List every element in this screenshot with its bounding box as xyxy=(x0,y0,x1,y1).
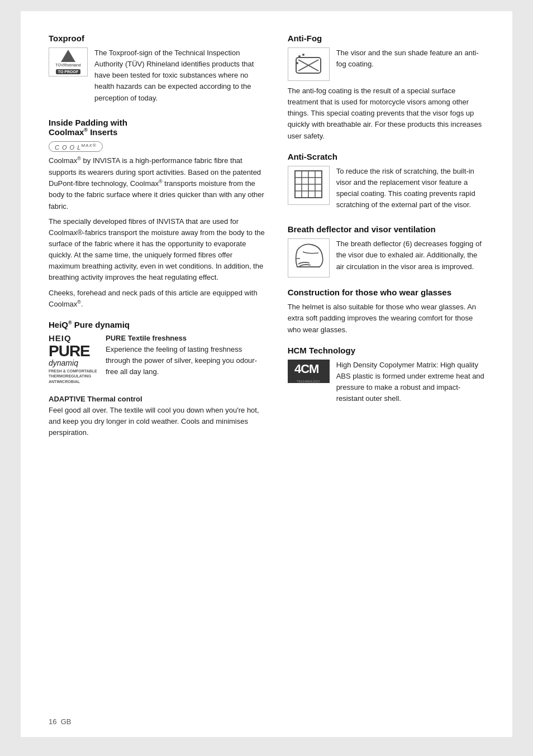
inside-padding-para1: Coolmax® by INVISTA is a high-performanc… xyxy=(49,155,265,212)
anti-scratch-body: To reduce the risk of scratching, the bu… xyxy=(336,166,484,211)
breath-deflector-title: Breath deflector and visor ventilation xyxy=(288,224,484,234)
hcm-section: HCM Technology 4CM TECH xyxy=(288,346,484,409)
anti-scratch-title: Anti-Scratch xyxy=(288,152,484,161)
to-proof-badge: TO PROOF xyxy=(56,69,80,74)
inside-padding-section: Inside Padding withCoolmax® Inserts C O … xyxy=(49,118,265,310)
anti-fog-para2: The anti-fog coating is the result of a … xyxy=(288,85,484,142)
anti-fog-row: The visor and the sun shade feature an a… xyxy=(288,47,484,81)
anti-fog-para1: The visor and the sun shade feature an a… xyxy=(336,47,484,70)
hcm-row: 4CM TECHNOLOGY High Density Copolymer Ma… xyxy=(288,360,484,409)
tuv-triangle-icon xyxy=(61,50,75,62)
heiq-section: HeiQ® Pure dynamiq HEIQ PURE dynamiq FRE… xyxy=(49,320,265,385)
glasses-section: Construction for those who wear glasses … xyxy=(288,288,484,335)
breath-deflector-icon-box xyxy=(288,238,330,277)
glasses-title: Construction for those who wear glasses xyxy=(288,288,484,297)
toxproof-title: Toxproof xyxy=(49,34,265,43)
hcm-body: High Density Copolymer Matrix: High qual… xyxy=(336,360,484,405)
pure-freshness-body: Experience the feeling of lasting freshn… xyxy=(106,344,265,377)
hcm-logo-box: 4CM TECHNOLOGY xyxy=(288,360,330,383)
inside-padding-para3: Cheeks, forehead and neck pads of this a… xyxy=(49,288,265,310)
svg-point-4 xyxy=(302,54,304,56)
svg-point-5 xyxy=(296,62,298,64)
heiq-title: HeiQ® Pure dynamiq xyxy=(49,320,265,329)
anti-scratch-row: To reduce the risk of scratching, the bu… xyxy=(288,166,484,215)
glasses-body: The helmet is also suitable for those wh… xyxy=(288,302,484,335)
page-footer: 16 GB xyxy=(49,717,72,726)
anti-scratch-icon-box xyxy=(288,166,330,205)
toxproof-row: TÜVRheinland TO PROOF The Toxproof-sign … xyxy=(49,47,265,108)
left-column: Toxproof TÜVRheinland TO PROOF The Toxpr… xyxy=(49,34,265,448)
tuv-label: TÜVRheinland xyxy=(55,63,81,68)
breath-deflector-row: The breath deflector (6) decreases foggi… xyxy=(288,238,484,277)
anti-fog-icon-box xyxy=(288,47,330,81)
adaptive-body: Feel good all over. The textile will coo… xyxy=(49,405,265,438)
anti-fog-icon xyxy=(294,53,323,75)
anti-fog-section: Anti-Fog xyxy=(288,34,484,142)
page-number: 16 xyxy=(49,717,56,726)
heiq-block: HEIQ PURE dynamiq FRESH & COMFORTABLE TH… xyxy=(49,334,265,385)
heiq-logo-pure: PURE xyxy=(49,343,99,359)
page: Toxproof TÜVRheinland TO PROOF The Toxpr… xyxy=(21,11,512,737)
anti-scratch-icon xyxy=(294,170,323,200)
heiq-logo: HEIQ PURE dynamiq FRESH & COMFORTABLE TH… xyxy=(49,334,99,385)
breath-deflector-icon xyxy=(292,242,325,274)
page-lang: GB xyxy=(61,717,72,726)
heiq-pure-content: PURE Textile freshness Experience the fe… xyxy=(106,334,265,381)
anti-scratch-section: Anti-Scratch xyxy=(288,152,484,215)
right-column: Anti-Fog xyxy=(288,34,484,448)
inside-padding-para2: The specially developed fibres of INVIST… xyxy=(49,216,265,284)
anti-fog-title: Anti-Fog xyxy=(288,34,484,43)
hcm-title: HCM Technology xyxy=(288,346,484,355)
breath-deflector-body: The breath deflector (6) decreases foggi… xyxy=(336,238,484,272)
svg-point-3 xyxy=(298,55,301,58)
hcm-logo-sub: TECHNOLOGY xyxy=(293,380,324,383)
pure-freshness-title: PURE Textile freshness xyxy=(106,334,265,342)
adaptive-section: ADAPTIVE Thermal control Feel good all o… xyxy=(49,395,265,438)
toxproof-image: TÜVRheinland TO PROOF xyxy=(49,47,88,76)
inside-padding-title: Inside Padding withCoolmax® Inserts xyxy=(49,118,265,137)
toxproof-section: Toxproof TÜVRheinland TO PROOF The Toxpr… xyxy=(49,34,265,108)
hcm-logo-text: 4CM xyxy=(293,360,324,379)
coolmax-badge: C O O LMAX® xyxy=(49,141,103,152)
adaptive-title: ADAPTIVE Thermal control xyxy=(49,395,265,403)
svg-text:4CM: 4CM xyxy=(294,362,318,376)
heiq-logo-tags: FRESH & COMFORTABLE THERMOREGULATING ANT… xyxy=(49,369,99,385)
toxproof-body: The Toxproof-sign of the Technical Inspe… xyxy=(94,47,265,104)
hcm-logo-inner: 4CM TECHNOLOGY xyxy=(293,360,324,383)
heiq-logo-dynamiq: dynamiq xyxy=(49,359,99,367)
breath-deflector-section: Breath deflector and visor ventilation xyxy=(288,224,484,277)
anti-fog-text: The visor and the sun shade feature an a… xyxy=(336,47,484,74)
hcm-logo-container: 4CM TECHNOLOGY xyxy=(288,360,330,383)
